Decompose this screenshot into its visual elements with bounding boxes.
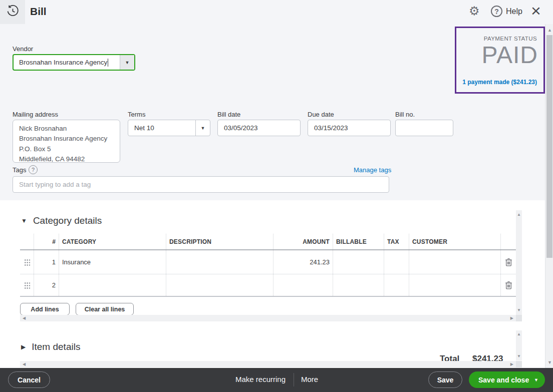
category-cell[interactable]: Insurance [59,250,166,274]
table-row: 2 [20,274,516,297]
help-question-icon: ? [491,6,502,17]
clear-all-lines-button[interactable]: Clear all lines [76,303,134,315]
tags-label: Tags [13,166,26,174]
terms-select[interactable]: Net 10 [128,120,196,136]
col-header-category: CATEGORY [59,234,166,249]
collapse-open-icon: ▼ [21,217,27,224]
description-cell[interactable] [166,250,273,274]
footer-action-bar: Cancel Make recurring More Save Save and… [0,368,553,392]
scroll-right-icon[interactable]: ▶ [510,316,513,320]
terms-label: Terms [128,111,145,118]
row-number: 1 [34,250,59,274]
add-lines-button[interactable]: Add lines [20,303,70,315]
vendor-label: Vendor [13,45,33,53]
item-details-title: Item details [32,341,80,352]
item-hscrollbar[interactable]: ◀ ▶ [20,361,516,367]
category-vscrollbar[interactable]: ▲ ▼ [516,210,522,315]
mailing-address-field[interactable]: Nick Brosnahan Brosnahan Insurance Agenc… [13,120,120,163]
scroll-left-icon[interactable]: ◀ [23,362,26,366]
help-button[interactable]: ? Help [491,6,522,17]
scrollbar-corner [516,315,522,321]
scroll-down-icon[interactable]: ▼ [547,360,552,365]
gear-icon[interactable]: ⚙ [469,4,480,18]
save-options-arrow-icon[interactable]: ▼ [534,377,538,382]
save-button[interactable]: Save [428,371,462,388]
bill-history-button[interactable] [0,0,25,24]
drag-handle-icon[interactable] [24,258,30,266]
make-recurring-button[interactable]: Make recurring [235,375,286,383]
drag-handle-icon[interactable] [24,281,30,289]
tags-input[interactable] [13,176,389,193]
category-details-table: # CATEGORY DESCRIPTION AMOUNT BILLABLE T… [20,234,516,297]
trash-icon[interactable] [505,281,512,289]
due-date-value: 03/15/2023 [314,124,348,132]
header-handle-cell [20,234,34,249]
scrollbar-thumb[interactable] [546,35,552,258]
manage-tags-link[interactable]: Manage tags [354,166,391,174]
amount-cell[interactable] [273,274,333,296]
tax-cell[interactable] [384,274,409,296]
customer-cell[interactable] [409,250,501,274]
terms-dropdown-arrow-icon[interactable]: ▼ [195,120,210,136]
col-header-num: # [34,234,59,249]
footer-divider [294,373,294,386]
scrollbar-corner [516,361,522,367]
bill-form-window: Bill ⚙ ? Help × PAYMENT STATUS PAID 1 pa… [0,0,553,392]
history-clock-icon [6,5,20,20]
col-header-tax: TAX [384,234,409,249]
trash-icon[interactable] [505,258,512,266]
category-hscrollbar[interactable]: ◀ ▶ [20,315,516,321]
due-date-label: Due date [308,111,334,118]
payment-made-link[interactable]: 1 payment made ($241.23) [462,79,537,86]
bill-date-label: Bill date [217,111,240,118]
scroll-left-icon[interactable]: ◀ [23,316,26,320]
scroll-up-icon[interactable]: ▲ [517,332,521,336]
payment-status-value: PAID [482,41,538,69]
page-title: Bill [30,6,47,18]
billable-cell[interactable] [333,274,384,296]
bill-no-label: Bill no. [395,111,415,118]
scroll-up-icon[interactable]: ▲ [517,213,521,217]
bill-date-value: 03/05/2023 [224,124,258,132]
help-label: Help [506,7,522,16]
scroll-right-icon[interactable]: ▶ [510,362,513,366]
amount-cell[interactable]: 241.23 [273,250,333,274]
close-icon[interactable]: × [531,1,541,21]
vendor-value: Brosnahan Insurance Agency [14,59,107,66]
category-details-header[interactable]: ▼Category details [21,215,102,226]
bill-date-input[interactable]: 03/05/2023 [217,120,301,136]
category-details-title: Category details [33,215,102,226]
customer-cell[interactable] [409,274,501,296]
page-vscrollbar[interactable]: ▲ ▼ [545,24,553,368]
table-row: 1 Insurance 241.23 [20,250,516,274]
text-caret [108,59,108,67]
table-header-row: # CATEGORY DESCRIPTION AMOUNT BILLABLE T… [20,234,516,250]
tax-cell[interactable] [384,250,409,274]
header-trash-cell [501,234,516,249]
payment-status-box: PAYMENT STATUS PAID 1 payment made ($241… [455,27,545,94]
vendor-dropdown-arrow-icon[interactable]: ▼ [120,55,134,70]
col-header-customer: CUSTOMER [409,234,501,249]
mailing-address-label: Mailing address [13,111,58,118]
scroll-up-icon[interactable]: ▲ [547,28,552,33]
col-header-amount: AMOUNT [273,234,333,249]
billable-cell[interactable] [333,250,384,274]
category-cell[interactable] [59,274,166,296]
tags-help-icon[interactable]: ? [29,165,38,174]
description-cell[interactable] [166,274,273,296]
scroll-down-icon[interactable]: ▼ [517,354,521,358]
due-date-input[interactable]: 03/15/2023 [308,120,391,136]
cancel-button[interactable]: Cancel [8,371,50,388]
item-details-header[interactable]: ▶Item details [21,341,80,352]
terms-value: Net 10 [134,124,154,132]
scroll-down-icon[interactable]: ▼ [517,308,521,312]
bill-no-input[interactable] [395,120,453,136]
more-button[interactable]: More [301,375,318,383]
row-number: 2 [34,274,59,296]
item-vscrollbar[interactable]: ▲ ▼ [516,330,522,360]
save-and-close-button[interactable]: Save and close ▼ [469,371,545,388]
vendor-select[interactable]: Brosnahan Insurance Agency ▼ [13,54,135,71]
form-region: Bill ⚙ ? Help × PAYMENT STATUS PAID 1 pa… [0,0,553,200]
save-and-close-label: Save and close [478,376,529,384]
collapse-closed-icon: ▶ [21,343,26,350]
